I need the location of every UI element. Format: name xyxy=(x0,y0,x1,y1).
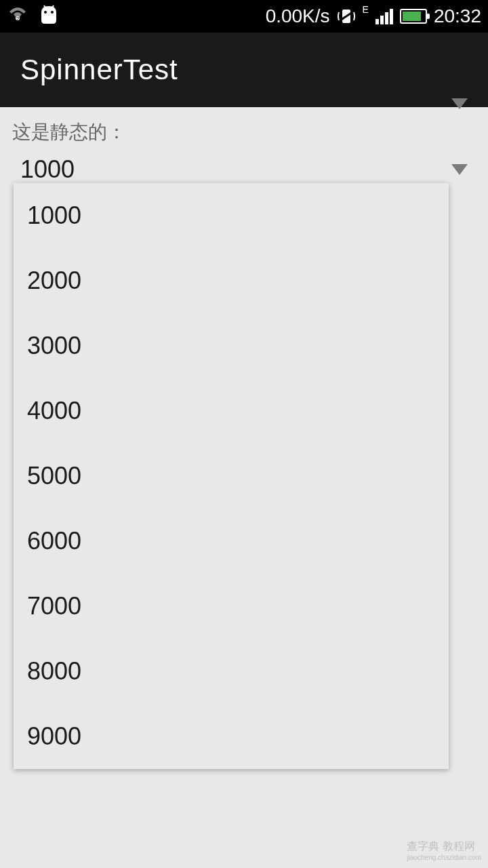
spinner-selected-value: 1000 xyxy=(20,155,75,184)
dropdown-item[interactable]: 9000 xyxy=(14,704,449,769)
status-right: 0.00K/s E 20:32 xyxy=(266,5,481,27)
status-bar: ? 0.00K/s E 20:32 xyxy=(0,0,488,33)
static-label: 这是静态的： xyxy=(12,119,476,145)
dropdown-item[interactable]: 1000 xyxy=(14,183,449,248)
dropdown-item[interactable]: 4000 xyxy=(14,378,449,443)
svg-text:?: ? xyxy=(16,16,20,22)
watermark: 查字典 教程网 jiaocheng.chazidian.com xyxy=(407,840,481,861)
battery-icon xyxy=(400,9,427,24)
wifi-icon: ? xyxy=(7,5,28,27)
spinner-static[interactable]: 1000 xyxy=(12,152,476,187)
dropdown-popup: 1000 2000 3000 4000 5000 6000 7000 8000 … xyxy=(14,183,449,769)
dropdown-item[interactable]: 3000 xyxy=(14,313,449,378)
app-title: SpinnerTest xyxy=(20,54,178,86)
action-bar: SpinnerTest xyxy=(0,33,488,107)
dropdown-item[interactable]: 8000 xyxy=(14,639,449,704)
dropdown-item[interactable]: 5000 xyxy=(14,443,449,509)
android-icon xyxy=(37,4,61,29)
dropdown-item[interactable]: 2000 xyxy=(14,248,449,313)
network-speed: 0.00K/s xyxy=(266,5,330,27)
chevron-down-icon xyxy=(451,164,468,175)
chevron-down-icon xyxy=(451,98,468,109)
clock: 20:32 xyxy=(434,5,481,27)
dropdown-item[interactable]: 7000 xyxy=(14,574,449,639)
svg-point-2 xyxy=(44,11,47,14)
status-left: ? xyxy=(7,4,61,29)
network-type: E xyxy=(363,4,369,15)
dropdown-item[interactable]: 6000 xyxy=(14,509,449,574)
vibrate-icon xyxy=(337,7,356,26)
svg-point-3 xyxy=(51,11,54,14)
signal-icon xyxy=(375,9,393,24)
